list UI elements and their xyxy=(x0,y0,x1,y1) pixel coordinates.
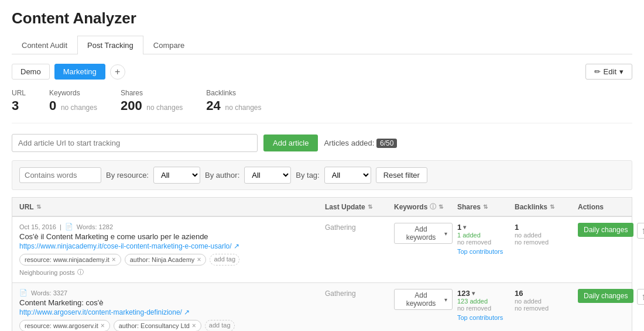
th-keywords: Keywords ⓘ ⇅ xyxy=(394,202,453,211)
tabs-bar: Content Audit Post Tracking Compare xyxy=(12,36,632,54)
stat-backlinks-label: Backlinks xyxy=(206,89,261,97)
tab-content-audit[interactable]: Content Audit xyxy=(12,36,77,54)
keywords-cell: Add keywords ▾ xyxy=(394,289,453,310)
tag-resource: resource: www.ninjacademy.it × xyxy=(19,254,121,266)
trash-icon: 🗑 xyxy=(642,226,644,235)
contains-words-input[interactable] xyxy=(19,167,101,183)
by-tag-label: By tag: xyxy=(296,171,319,180)
tag-resource: resource: www.argoserv.it × xyxy=(19,320,110,331)
row-meta: Oct 15, 2016 | 📄 Words: 1282 xyxy=(19,223,320,230)
stat-shares-label: Shares xyxy=(121,89,183,97)
add-tag-button[interactable]: add tag xyxy=(210,254,239,266)
keywords-sort-icon[interactable]: ⇅ xyxy=(439,204,443,210)
page-container: Content Analyzer Content Audit Post Trac… xyxy=(0,0,644,331)
group-demo-button[interactable]: Demo xyxy=(12,64,50,80)
backlinks-sort-icon[interactable]: ⇅ xyxy=(550,204,554,210)
tag-remove-icon[interactable]: × xyxy=(197,256,201,264)
last-update-sort-icon[interactable]: ⇅ xyxy=(368,204,372,210)
add-article-button[interactable]: Add article xyxy=(263,135,318,151)
actions-cell: Daily changes 🗑 xyxy=(578,289,625,305)
last-update-cell: Gathering xyxy=(325,223,389,232)
tag-remove-icon[interactable]: × xyxy=(192,322,196,330)
stat-backlinks: Backlinks 24 no changes xyxy=(206,89,261,113)
article-url-input[interactable] xyxy=(12,134,258,152)
group-marketing-button[interactable]: Marketing xyxy=(54,64,105,80)
backlinks-added: no added xyxy=(515,298,573,305)
row-url-link[interactable]: http://www.argoserv.it/content-marketing… xyxy=(19,308,320,316)
articles-added-badge: 6/50 xyxy=(376,139,397,148)
backlinks-added: no added xyxy=(515,232,573,239)
chevron-down-icon: ▾ xyxy=(444,296,447,303)
row-tags: resource: www.ninjacademy.it × author: N… xyxy=(19,254,320,266)
tag-author: author: Ninja Academy × xyxy=(125,254,207,266)
delete-row-button[interactable]: 🗑 xyxy=(637,223,644,239)
url-cell: 📄 Words: 3327 Content Marketing: cos'è h… xyxy=(19,289,320,331)
table-row: Oct 15, 2016 | 📄 Words: 1282 Cos'è il Co… xyxy=(12,217,632,283)
tag-remove-icon[interactable]: × xyxy=(112,256,116,264)
daily-changes-button[interactable]: Daily changes xyxy=(578,289,633,303)
row-tags: resource: www.argoserv.it × author: Econ… xyxy=(19,320,320,331)
th-backlinks: Backlinks ⇅ xyxy=(515,203,573,211)
stat-keywords-value: 0 xyxy=(49,98,56,113)
by-author-label: By author: xyxy=(205,171,239,180)
last-update-cell: Gathering xyxy=(325,289,389,298)
shares-chevron-icon[interactable]: ▾ xyxy=(472,290,475,296)
shares-sort-icon[interactable]: ⇅ xyxy=(483,204,488,210)
delete-row-button[interactable]: 🗑 xyxy=(637,289,644,305)
top-contributors-link[interactable]: Top contributors xyxy=(457,248,510,255)
row-words: Words: 1282 xyxy=(77,223,113,230)
trash-icon: 🗑 xyxy=(642,292,644,301)
actions-cell: Daily changes 🗑 xyxy=(578,223,625,239)
shares-cell: 123 ▾ 123 added no removed Top contribut… xyxy=(457,289,510,321)
chevron-down-icon: ▾ xyxy=(444,230,447,237)
tab-compare[interactable]: Compare xyxy=(143,36,194,54)
external-link-icon: ↗ xyxy=(234,242,239,250)
toolbar: Demo Marketing + ✏ Edit ▾ xyxy=(12,64,632,80)
by-tag-select[interactable]: All xyxy=(324,167,371,184)
tag-remove-icon[interactable]: × xyxy=(101,322,105,330)
table-row: 📄 Words: 3327 Content Marketing: cos'è h… xyxy=(12,283,632,331)
top-contributors-link[interactable]: Top contributors xyxy=(457,314,510,321)
stat-url: URL 3 xyxy=(12,89,26,113)
row-date: Oct 15, 2016 xyxy=(19,223,56,230)
backlinks-value: 16 xyxy=(515,289,573,298)
row-meta: 📄 Words: 3327 xyxy=(19,289,320,296)
stat-url-value: 3 xyxy=(12,98,19,113)
th-last-update: Last Update ⇅ xyxy=(325,203,389,211)
edit-chevron-icon: ▾ xyxy=(619,67,624,76)
add-tag-button[interactable]: add tag xyxy=(205,320,235,331)
url-cell: Oct 15, 2016 | 📄 Words: 1282 Cos'è il Co… xyxy=(19,223,320,277)
by-author-select[interactable]: All xyxy=(244,167,291,184)
row-words: Words: 3327 xyxy=(31,289,67,296)
edit-button[interactable]: ✏ Edit ▾ xyxy=(585,64,632,80)
url-sort-icon[interactable]: ⇅ xyxy=(36,204,41,210)
add-group-button[interactable]: + xyxy=(110,64,125,80)
add-article-row: Add article Articles added: 6/50 xyxy=(12,134,632,152)
backlinks-removed: no removed xyxy=(515,305,573,312)
backlinks-value: 1 xyxy=(515,223,573,232)
add-keywords-button[interactable]: Add keywords ▾ xyxy=(394,223,453,244)
tab-post-tracking[interactable]: Post Tracking xyxy=(77,36,143,54)
edit-pencil-icon: ✏ xyxy=(594,67,601,76)
by-resource-select[interactable]: All xyxy=(153,167,200,184)
shares-value: 1 ▾ xyxy=(457,223,510,232)
shares-chevron-icon[interactable]: ▾ xyxy=(463,224,466,230)
row-url-link[interactable]: https://www.ninjacademy.it/cose-il-conte… xyxy=(19,242,320,250)
stat-keywords: Keywords 0 no changes xyxy=(49,89,97,113)
stat-shares-value: 200 xyxy=(121,98,142,113)
backlinks-cell: 1 no added no removed xyxy=(515,223,573,246)
backlinks-cell: 16 no added no removed xyxy=(515,289,573,312)
th-actions: Actions xyxy=(578,203,625,211)
shares-removed: no removed xyxy=(457,239,510,246)
reset-filter-button[interactable]: Reset filter xyxy=(376,167,427,183)
stat-backlinks-value: 24 xyxy=(206,98,220,113)
doc-icon: | xyxy=(60,223,61,230)
page-title: Content Analyzer xyxy=(12,9,632,27)
neighbouring-posts[interactable]: Neighbouring posts ⓘ xyxy=(19,268,320,277)
shares-added: 123 added xyxy=(457,298,510,305)
stat-backlinks-changes: no changes xyxy=(225,104,261,112)
add-keywords-button[interactable]: Add keywords ▾ xyxy=(394,289,453,310)
keywords-info-icon[interactable]: ⓘ xyxy=(430,202,436,211)
shares-cell: 1 ▾ 1 added no removed Top contributors xyxy=(457,223,510,255)
daily-changes-button[interactable]: Daily changes xyxy=(578,223,633,237)
